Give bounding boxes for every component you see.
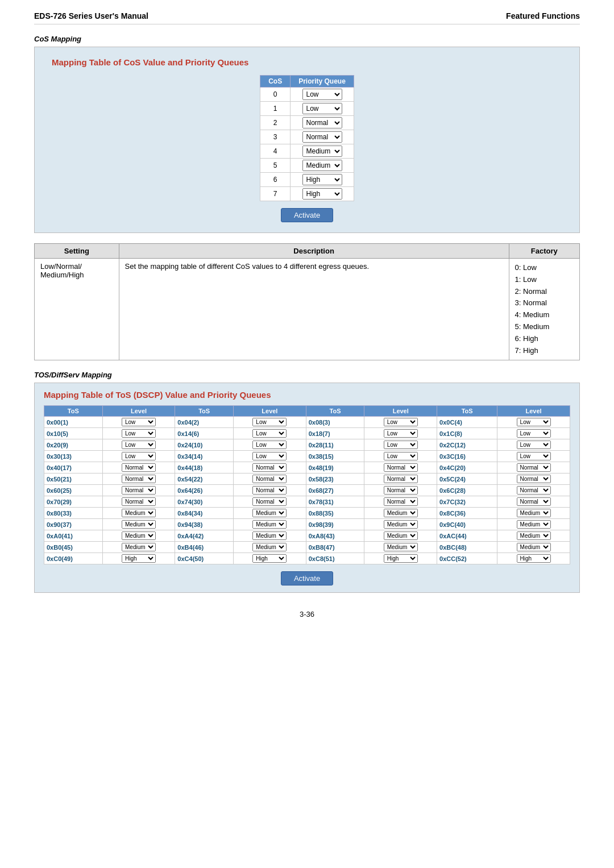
tos-level-select[interactable]: LowNormalMediumHigh xyxy=(384,509,418,517)
cos-queue-select[interactable]: LowNormalMediumHigh xyxy=(302,117,342,128)
tos-level-cell[interactable]: LowNormalMediumHigh xyxy=(234,496,306,508)
tos-level-select[interactable]: LowNormalMediumHigh xyxy=(252,441,287,449)
tos-level-select[interactable]: LowNormalMediumHigh xyxy=(384,543,418,551)
tos-level-cell[interactable]: LowNormalMediumHigh xyxy=(102,519,175,530)
tos-level-cell[interactable]: LowNormalMediumHigh xyxy=(364,519,437,530)
tos-level-select[interactable]: LowNormalMediumHigh xyxy=(122,509,156,517)
cos-queue-select-cell[interactable]: LowNormalMediumHigh xyxy=(291,159,354,173)
tos-level-cell[interactable]: LowNormalMediumHigh xyxy=(234,462,306,474)
tos-level-select[interactable]: LowNormalMediumHigh xyxy=(517,452,551,460)
tos-level-select[interactable]: LowNormalMediumHigh xyxy=(517,554,551,563)
tos-level-select[interactable]: LowNormalMediumHigh xyxy=(384,520,418,529)
tos-level-select[interactable]: LowNormalMediumHigh xyxy=(252,531,287,540)
tos-level-select[interactable]: LowNormalMediumHigh xyxy=(122,475,156,483)
tos-level-select[interactable]: LowNormalMediumHigh xyxy=(122,531,156,540)
tos-level-cell[interactable]: LowNormalMediumHigh xyxy=(234,451,306,462)
tos-level-cell[interactable]: LowNormalMediumHigh xyxy=(102,439,175,451)
tos-level-cell[interactable]: LowNormalMediumHigh xyxy=(234,439,306,451)
tos-level-select[interactable]: LowNormalMediumHigh xyxy=(252,475,287,483)
tos-level-select[interactable]: LowNormalMediumHigh xyxy=(122,497,156,506)
tos-level-cell[interactable]: LowNormalMediumHigh xyxy=(364,439,437,451)
tos-level-cell[interactable]: LowNormalMediumHigh xyxy=(102,485,175,496)
tos-level-cell[interactable]: LowNormalMediumHigh xyxy=(497,462,570,474)
tos-level-select[interactable]: LowNormalMediumHigh xyxy=(252,486,287,495)
cos-activate-button[interactable]: Activate xyxy=(281,208,333,222)
tos-level-cell[interactable]: LowNormalMediumHigh xyxy=(234,474,306,485)
tos-level-cell[interactable]: LowNormalMediumHigh xyxy=(102,428,175,439)
tos-level-cell[interactable]: LowNormalMediumHigh xyxy=(364,474,437,485)
cos-queue-select[interactable]: LowNormalMediumHigh xyxy=(302,146,342,157)
tos-level-cell[interactable]: LowNormalMediumHigh xyxy=(364,417,437,428)
cos-queue-select[interactable]: LowNormalMediumHigh xyxy=(302,160,342,171)
tos-level-cell[interactable]: LowNormalMediumHigh xyxy=(234,519,306,530)
tos-level-cell[interactable]: LowNormalMediumHigh xyxy=(497,496,570,508)
tos-level-select[interactable]: LowNormalMediumHigh xyxy=(384,486,418,495)
tos-level-cell[interactable]: LowNormalMediumHigh xyxy=(497,451,570,462)
tos-level-cell[interactable]: LowNormalMediumHigh xyxy=(497,553,570,564)
cos-queue-select[interactable]: LowNormalMediumHigh xyxy=(302,188,342,200)
tos-level-cell[interactable]: LowNormalMediumHigh xyxy=(234,508,306,519)
cos-queue-select[interactable]: LowNormalMediumHigh xyxy=(302,131,342,143)
cos-queue-select[interactable]: LowNormalMediumHigh xyxy=(302,89,342,100)
tos-level-select[interactable]: LowNormalMediumHigh xyxy=(384,497,418,506)
tos-level-select[interactable]: LowNormalMediumHigh xyxy=(384,429,418,438)
tos-level-select[interactable]: LowNormalMediumHigh xyxy=(122,486,156,495)
cos-queue-select-cell[interactable]: LowNormalMediumHigh xyxy=(291,116,354,130)
tos-level-select[interactable]: LowNormalMediumHigh xyxy=(252,554,287,563)
tos-level-cell[interactable]: LowNormalMediumHigh xyxy=(102,553,175,564)
cos-queue-select-cell[interactable]: LowNormalMediumHigh xyxy=(291,88,354,102)
tos-level-select[interactable]: LowNormalMediumHigh xyxy=(517,497,551,506)
cos-queue-select-cell[interactable]: LowNormalMediumHigh xyxy=(291,173,354,187)
tos-level-select[interactable]: LowNormalMediumHigh xyxy=(517,509,551,517)
tos-level-cell[interactable]: LowNormalMediumHigh xyxy=(364,542,437,553)
tos-level-cell[interactable]: LowNormalMediumHigh xyxy=(102,496,175,508)
tos-level-cell[interactable]: LowNormalMediumHigh xyxy=(102,530,175,542)
cos-queue-select-cell[interactable]: LowNormalMediumHigh xyxy=(291,130,354,144)
tos-level-select[interactable]: LowNormalMediumHigh xyxy=(122,441,156,449)
tos-level-cell[interactable]: LowNormalMediumHigh xyxy=(364,451,437,462)
tos-level-select[interactable]: LowNormalMediumHigh xyxy=(384,441,418,449)
tos-level-cell[interactable]: LowNormalMediumHigh xyxy=(364,485,437,496)
tos-level-cell[interactable]: LowNormalMediumHigh xyxy=(102,451,175,462)
tos-level-cell[interactable]: LowNormalMediumHigh xyxy=(102,417,175,428)
tos-level-select[interactable]: LowNormalMediumHigh xyxy=(252,418,287,426)
tos-level-select[interactable]: LowNormalMediumHigh xyxy=(384,463,418,472)
tos-level-select[interactable]: LowNormalMediumHigh xyxy=(252,429,287,438)
cos-queue-select[interactable]: LowNormalMediumHigh xyxy=(302,103,342,114)
tos-level-select[interactable]: LowNormalMediumHigh xyxy=(252,497,287,506)
tos-level-cell[interactable]: LowNormalMediumHigh xyxy=(234,417,306,428)
tos-scroll-container[interactable]: ToSLevelToSLevelToSLevelToSLevel 0x00(1)… xyxy=(44,405,570,564)
tos-level-select[interactable]: LowNormalMediumHigh xyxy=(517,543,551,551)
tos-level-select[interactable]: LowNormalMediumHigh xyxy=(517,520,551,529)
tos-level-select[interactable]: LowNormalMediumHigh xyxy=(122,520,156,529)
tos-level-select[interactable]: LowNormalMediumHigh xyxy=(252,452,287,460)
tos-activate-button[interactable]: Activate xyxy=(281,571,333,585)
tos-level-cell[interactable]: LowNormalMediumHigh xyxy=(364,553,437,564)
tos-level-select[interactable]: LowNormalMediumHigh xyxy=(252,509,287,517)
tos-level-cell[interactable]: LowNormalMediumHigh xyxy=(497,530,570,542)
tos-level-select[interactable]: LowNormalMediumHigh xyxy=(384,475,418,483)
tos-level-cell[interactable]: LowNormalMediumHigh xyxy=(497,508,570,519)
cos-queue-select-cell[interactable]: LowNormalMediumHigh xyxy=(291,102,354,116)
tos-level-select[interactable]: LowNormalMediumHigh xyxy=(517,486,551,495)
tos-level-select[interactable]: LowNormalMediumHigh xyxy=(384,531,418,540)
tos-level-cell[interactable]: LowNormalMediumHigh xyxy=(234,530,306,542)
tos-level-cell[interactable]: LowNormalMediumHigh xyxy=(497,474,570,485)
tos-level-select[interactable]: LowNormalMediumHigh xyxy=(517,429,551,438)
tos-level-cell[interactable]: LowNormalMediumHigh xyxy=(497,485,570,496)
tos-level-select[interactable]: LowNormalMediumHigh xyxy=(252,543,287,551)
tos-level-cell[interactable]: LowNormalMediumHigh xyxy=(102,508,175,519)
tos-level-select[interactable]: LowNormalMediumHigh xyxy=(122,543,156,551)
tos-level-select[interactable]: LowNormalMediumHigh xyxy=(517,531,551,540)
tos-level-cell[interactable]: LowNormalMediumHigh xyxy=(364,530,437,542)
tos-level-cell[interactable]: LowNormalMediumHigh xyxy=(102,542,175,553)
tos-level-cell[interactable]: LowNormalMediumHigh xyxy=(234,428,306,439)
tos-level-select[interactable]: LowNormalMediumHigh xyxy=(384,452,418,460)
tos-level-cell[interactable]: LowNormalMediumHigh xyxy=(497,542,570,553)
tos-level-cell[interactable]: LowNormalMediumHigh xyxy=(234,542,306,553)
tos-level-cell[interactable]: LowNormalMediumHigh xyxy=(497,439,570,451)
tos-level-select[interactable]: LowNormalMediumHigh xyxy=(122,463,156,472)
tos-level-cell[interactable]: LowNormalMediumHigh xyxy=(364,496,437,508)
cos-queue-select-cell[interactable]: LowNormalMediumHigh xyxy=(291,144,354,159)
tos-level-cell[interactable]: LowNormalMediumHigh xyxy=(497,428,570,439)
